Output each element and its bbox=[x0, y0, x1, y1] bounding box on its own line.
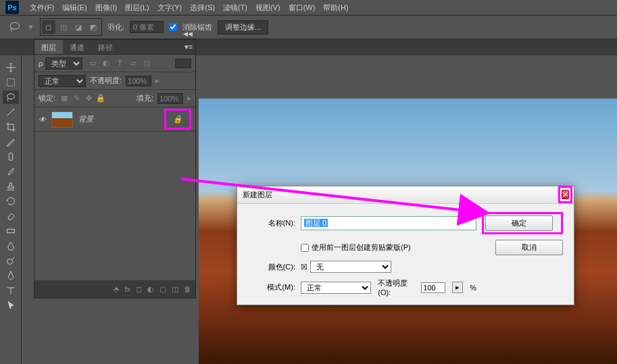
menu-bar: Ps 文件(F) 编辑(E) 图像(I) 图层(L) 文字(Y) 选择(S) 滤… bbox=[0, 0, 617, 15]
layer-name[interactable]: 背景 bbox=[78, 114, 93, 124]
name-label: 名称(N): bbox=[248, 218, 295, 228]
menu-window[interactable]: 窗口(W) bbox=[285, 3, 320, 13]
tab-layers[interactable]: 图层 bbox=[34, 40, 63, 54]
crop-tool-icon[interactable] bbox=[3, 120, 19, 134]
dialog-title: 新建图层 bbox=[243, 190, 272, 200]
new-layer-dialog: 新建图层 ✕ 名称(N): 图层 0 确定 使用前一图层创建剪贴蒙版(P) 取消… bbox=[237, 186, 574, 305]
feather-label: 羽化: bbox=[107, 22, 124, 32]
antialias-checkbox[interactable] bbox=[169, 23, 177, 31]
filter-smart-icon[interactable]: ◫ bbox=[142, 59, 151, 68]
layer-mask-icon[interactable]: ◻ bbox=[136, 285, 142, 294]
fill-label: 填充: bbox=[137, 93, 153, 103]
gradient-tool-icon[interactable] bbox=[3, 224, 19, 238]
svg-rect-3 bbox=[9, 153, 12, 161]
blend-mode-dialog-select[interactable]: 正常 bbox=[301, 282, 371, 294]
lock-pixels-icon[interactable]: ✎ bbox=[72, 94, 81, 103]
filter-toggle[interactable] bbox=[175, 59, 191, 68]
layer-fx-icon[interactable]: fx bbox=[124, 285, 130, 293]
ok-button[interactable]: 确定 bbox=[485, 215, 553, 231]
options-bar: ▼ ◻ ◫ ◪ ◩ 羽化: 消除锯齿 调整边缘... bbox=[0, 15, 617, 39]
mode-label: 模式(M): bbox=[248, 282, 295, 292]
selection-mode-group: ◻ ◫ ◪ ◩ bbox=[40, 18, 102, 36]
svg-rect-1 bbox=[7, 79, 14, 86]
lasso-tool-icon bbox=[8, 20, 22, 34]
svg-rect-4 bbox=[7, 229, 14, 232]
selection-add-icon[interactable]: ◫ bbox=[57, 20, 70, 34]
panel-footer: ⬘ fx ◻ ◐ ▢ ◫ 🗑 bbox=[34, 280, 195, 298]
visibility-icon[interactable]: 👁 bbox=[39, 115, 46, 124]
menu-text[interactable]: 文字(Y) bbox=[153, 3, 187, 13]
heal-tool-icon[interactable] bbox=[3, 150, 19, 163]
opacity-label: 不透明度: bbox=[90, 76, 122, 86]
layer-thumbnail[interactable] bbox=[51, 111, 73, 128]
clip-mask-checkbox[interactable]: 使用前一图层创建剪贴蒙版(P) bbox=[301, 242, 476, 253]
cancel-button[interactable]: 取消 bbox=[495, 240, 563, 255]
path-select-tool-icon[interactable] bbox=[3, 298, 19, 312]
menu-image[interactable]: 图像(I) bbox=[91, 3, 121, 13]
app-logo: Ps bbox=[5, 1, 19, 14]
percent-label: % bbox=[470, 284, 476, 292]
toolbox bbox=[0, 55, 22, 364]
pen-tool-icon[interactable] bbox=[3, 269, 19, 282]
new-layer-icon[interactable]: ◫ bbox=[172, 285, 178, 294]
eraser-tool-icon[interactable] bbox=[3, 209, 19, 223]
fill-input[interactable] bbox=[157, 93, 183, 104]
dialog-close-button[interactable]: ✕ bbox=[562, 190, 569, 199]
opacity-input[interactable] bbox=[126, 76, 151, 86]
color-label: 颜色(C): bbox=[248, 262, 295, 272]
filter-pixel-icon[interactable]: ▭ bbox=[88, 59, 97, 68]
no-color-icon: ☒ bbox=[301, 263, 307, 271]
tab-paths[interactable]: 路径 bbox=[91, 40, 120, 54]
adjustment-layer-icon[interactable]: ◐ bbox=[147, 285, 154, 294]
panel-menu-icon[interactable]: ▾≡ bbox=[184, 43, 193, 51]
layer-row-background[interactable]: 👁 背景 🔒 bbox=[34, 107, 195, 132]
filter-adjust-icon[interactable]: ◐ bbox=[101, 59, 111, 68]
brush-tool-icon[interactable] bbox=[3, 165, 19, 178]
type-tool-icon[interactable] bbox=[3, 284, 19, 297]
lock-label: 锁定: bbox=[39, 93, 55, 103]
delete-layer-icon[interactable]: 🗑 bbox=[184, 285, 191, 293]
wand-tool-icon[interactable] bbox=[3, 105, 19, 119]
tab-channels[interactable]: 通道 bbox=[63, 40, 91, 54]
opacity-stepper-icon[interactable]: ▸ bbox=[452, 282, 463, 293]
menu-view[interactable]: 视图(V) bbox=[251, 3, 285, 13]
menu-select[interactable]: 选择(S) bbox=[186, 3, 219, 13]
layer-group-icon[interactable]: ▢ bbox=[159, 285, 166, 294]
marquee-tool-icon[interactable] bbox=[3, 76, 19, 89]
stamp-tool-icon[interactable] bbox=[3, 180, 19, 193]
blend-mode-select[interactable]: 正常 bbox=[39, 75, 86, 87]
filter-type-icon[interactable]: T bbox=[115, 59, 124, 68]
menu-layer[interactable]: 图层(L) bbox=[121, 3, 153, 13]
lock-all-icon[interactable]: 🔒 bbox=[96, 94, 105, 103]
dodge-tool-icon[interactable] bbox=[3, 254, 19, 267]
layer-lock-icon[interactable]: 🔒 bbox=[164, 109, 191, 130]
blur-tool-icon[interactable] bbox=[3, 239, 19, 253]
layers-panel: ◀◀ 图层 通道 路径 ▾≡ ρ 类型 ▭ ◐ T ▱ ◫ 正常 不透明度: ▸… bbox=[34, 39, 196, 298]
selection-new-icon[interactable]: ◻ bbox=[42, 20, 55, 34]
menu-filter[interactable]: 滤镜(T) bbox=[219, 3, 251, 13]
selection-subtract-icon[interactable]: ◪ bbox=[72, 20, 85, 34]
lock-transparency-icon[interactable]: ▦ bbox=[59, 94, 69, 103]
selection-intersect-icon[interactable]: ◩ bbox=[87, 20, 100, 34]
menu-edit[interactable]: 编辑(E) bbox=[58, 3, 91, 13]
dialog-opacity-input[interactable] bbox=[421, 282, 445, 293]
filter-kind-select[interactable]: 类型 bbox=[45, 57, 82, 70]
eyedropper-tool-icon[interactable] bbox=[3, 135, 19, 149]
lock-position-icon[interactable]: ✥ bbox=[84, 94, 93, 103]
panel-collapse-icon[interactable]: ◀◀ bbox=[183, 30, 193, 37]
menu-file[interactable]: 文件(F) bbox=[26, 3, 58, 13]
menu-help[interactable]: 帮助(H) bbox=[319, 3, 352, 13]
lasso-tool-icon[interactable] bbox=[3, 90, 19, 104]
move-tool-icon[interactable] bbox=[3, 61, 19, 74]
dialog-titlebar[interactable]: 新建图层 ✕ bbox=[237, 186, 574, 204]
link-layers-icon[interactable]: ⬘ bbox=[114, 285, 119, 294]
filter-shape-icon[interactable]: ▱ bbox=[128, 59, 138, 68]
layer-name-input[interactable]: 图层 0 bbox=[301, 216, 476, 230]
dialog-opacity-label: 不透明度(O): bbox=[378, 278, 414, 296]
refine-edge-button[interactable]: 调整边缘... bbox=[218, 20, 268, 34]
svg-point-0 bbox=[10, 22, 19, 29]
feather-input[interactable] bbox=[130, 21, 164, 33]
color-select[interactable]: 无 bbox=[310, 261, 391, 273]
history-brush-icon[interactable] bbox=[3, 194, 19, 208]
